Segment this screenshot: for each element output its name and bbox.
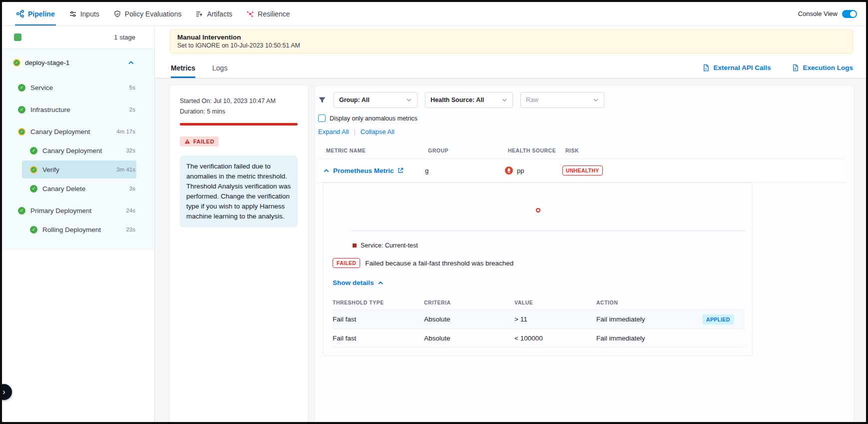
- threshold-criteria: Absolute: [424, 316, 514, 323]
- step-infrastructure[interactable]: ✓ Infrastructure 2s: [2, 100, 154, 119]
- links-divider: |: [354, 128, 355, 136]
- col-criteria: CRITERIA: [424, 300, 514, 306]
- group-filter-select[interactable]: Group: All: [334, 92, 418, 108]
- banner-title: Manual Intervention: [177, 34, 846, 41]
- chevron-up-icon: [378, 280, 384, 286]
- step-canary-delete[interactable]: ✓ Canary Delete 3s: [2, 179, 154, 198]
- detail-tabs-row: Metrics Logs External API Calls Executio…: [155, 58, 866, 78]
- threshold-value: < 100000: [514, 334, 596, 342]
- metric-view-select[interactable]: Raw: [520, 92, 604, 108]
- external-api-calls-link[interactable]: External API Calls: [702, 64, 771, 72]
- execution-logs-link[interactable]: Execution Logs: [792, 64, 853, 72]
- success-icon: ✓: [30, 226, 37, 234]
- show-details-control[interactable]: Show details: [333, 279, 744, 286]
- nav-tab-artifacts[interactable]: Artifacts: [195, 2, 232, 26]
- collapse-chevron-up-icon[interactable]: [323, 168, 330, 174]
- step-canary-deployment[interactable]: ✓ Canary Deployment 32s: [2, 141, 154, 160]
- threshold-criteria: Absolute: [424, 334, 514, 342]
- metric-detail-body: Service: Current-test FAILED Failed beca…: [324, 231, 752, 356]
- shield-check-icon: [113, 10, 121, 18]
- chevron-up-icon[interactable]: [128, 60, 134, 66]
- tab-logs[interactable]: Logs: [212, 58, 227, 78]
- select-value: Group: All: [339, 96, 370, 104]
- step-label: Canary Deployment: [42, 147, 102, 154]
- execution-stage-sidebar: 1 stage ✓ deploy-stage-1 ✓ Service 5s: [2, 26, 155, 422]
- metric-row-prometheus[interactable]: Prometheus Metric g pp: [317, 158, 846, 182]
- verification-summary-card: Started On: Jul 10, 2023 10:47 AM Durati…: [170, 86, 308, 422]
- filter-funnel-icon: [318, 96, 326, 104]
- legend-color-swatch: [353, 244, 357, 248]
- inputs-icon: [69, 10, 77, 18]
- duration: Duration: 5 mins: [180, 108, 298, 115]
- step-label: Primary Deployment: [30, 207, 91, 214]
- col-threshold-type: THRESHOLD TYPE: [333, 300, 424, 306]
- console-view-control: Console View: [798, 10, 866, 18]
- log-document-icon: [792, 64, 799, 72]
- step-rolling-deployment[interactable]: ✓ Rolling Deployment 23s: [2, 220, 154, 239]
- step-label: Verify: [42, 166, 59, 174]
- step-verify[interactable]: ✓ Verify 3m 41s: [2, 160, 154, 179]
- health-source-filter-select[interactable]: Health Source: All: [425, 92, 513, 108]
- ignored-failure-icon: ✓: [18, 128, 25, 136]
- stage-row-deploy-stage-1[interactable]: ✓ deploy-stage-1: [2, 52, 154, 73]
- success-icon: ✓: [30, 147, 37, 154]
- failed-outline-badge: FAILED: [333, 258, 360, 268]
- step-label: Canary Delete: [42, 185, 85, 192]
- anomalous-filter-row: Display only anomalous metrics: [317, 114, 846, 122]
- metric-name-link[interactable]: Prometheus Metric: [333, 167, 394, 174]
- link-label: External API Calls: [713, 64, 771, 72]
- anomalous-metrics-label: Display only anomalous metrics: [330, 115, 418, 122]
- step-label: Infrastructure: [30, 106, 70, 114]
- col-metric-name: METRIC NAME: [326, 148, 428, 154]
- threshold-action: Fail immediately: [596, 316, 702, 323]
- api-document-icon: [702, 64, 710, 72]
- step-list: ✓ Service 5s ✓ Infrastructure 2s ✓ Canar…: [2, 73, 154, 239]
- nav-tab-inputs[interactable]: Inputs: [69, 2, 99, 26]
- metric-timeseries-chart: [324, 183, 752, 231]
- started-on: Started On: Jul 10, 2023 10:47 AM: [180, 98, 298, 104]
- step-canary-deployment-group[interactable]: ✓ Canary Deployment 4m 17s: [2, 122, 154, 141]
- step-primary-deployment[interactable]: ✓ Primary Deployment 24s: [2, 201, 154, 220]
- stage-summary-row: 1 stage: [2, 26, 154, 49]
- metric-group-value: g: [425, 167, 505, 174]
- collapse-all-link[interactable]: Collapse All: [361, 128, 395, 136]
- thresholds-table: THRESHOLD TYPE CRITERIA VALUE ACTION Fai…: [333, 296, 744, 348]
- chevron-down-icon: [593, 97, 599, 103]
- success-icon: ✓: [18, 84, 25, 92]
- show-details-link[interactable]: Show details: [333, 279, 374, 286]
- legend-label: Service: Current-test: [361, 242, 418, 249]
- nav-tab-policy-evaluations[interactable]: Policy Evaluations: [113, 2, 182, 26]
- chevron-down-icon: [501, 97, 507, 103]
- threshold-row: Fail fast Absolute > 11 Fail immediately…: [333, 310, 744, 328]
- banner-wrap: Manual Intervention Set to IGNORE on 10-…: [155, 26, 866, 58]
- stage-status-square: [14, 34, 21, 41]
- nav-tab-pipeline[interactable]: Pipeline: [16, 2, 55, 26]
- failed-status-label: FAILED: [193, 138, 214, 144]
- stage-count: 1 stage: [114, 34, 135, 41]
- step-duration: 5s: [129, 84, 154, 90]
- step-label: Canary Deployment: [30, 128, 90, 136]
- nav-label: Policy Evaluations: [125, 10, 182, 18]
- nav-label: Inputs: [80, 10, 99, 18]
- metrics-table: METRIC NAME GROUP HEALTH SOURCE RISK Pro…: [317, 142, 846, 364]
- chevron-down-icon: [406, 97, 412, 103]
- external-link-icon[interactable]: [398, 168, 404, 174]
- success-icon: ✓: [30, 185, 37, 192]
- warning-triangle-icon: [184, 138, 190, 144]
- artifacts-icon: [195, 10, 203, 18]
- select-value: Raw: [526, 96, 538, 104]
- step-duration: 24s: [126, 208, 154, 214]
- tab-metrics[interactable]: Metrics: [171, 58, 195, 78]
- screen-frame: Pipeline Inputs Policy Evaluations Artif…: [0, 0, 868, 424]
- applied-chip: APPLIED: [702, 314, 734, 324]
- console-view-toggle[interactable]: [842, 10, 857, 18]
- step-service[interactable]: ✓ Service 5s: [2, 78, 154, 97]
- step-label: Service: [30, 84, 53, 92]
- nav-tab-resilience[interactable]: Resilience: [246, 2, 290, 26]
- expand-all-link[interactable]: Expand All: [318, 128, 349, 136]
- step-duration: 3m 41s: [116, 166, 154, 172]
- anomalous-metrics-checkbox[interactable]: [318, 114, 326, 122]
- step-detail-main: Manual Intervention Set to IGNORE on 10-…: [155, 26, 866, 422]
- nav-label: Artifacts: [207, 10, 232, 18]
- metrics-panel: Group: All Health Source: All: [315, 86, 854, 422]
